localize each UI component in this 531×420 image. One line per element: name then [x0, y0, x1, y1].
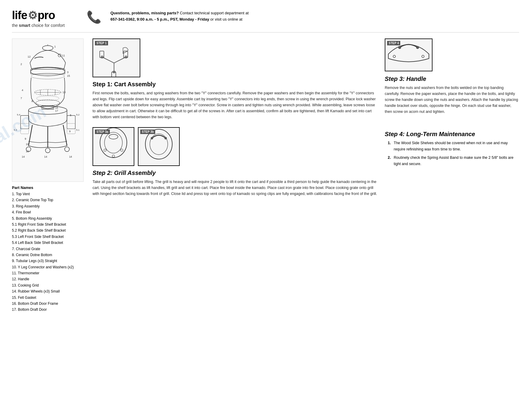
- middle-column: STEP 1: [93, 39, 379, 313]
- part-name-item: 8. Ceramic Dotne Bottom: [12, 252, 87, 258]
- maintenance-item-text: The Wood Side Shelves should be covered …: [394, 140, 519, 153]
- part-name-item: 13. Cooking Grid: [12, 282, 87, 288]
- svg-point-61: [112, 155, 115, 157]
- step3-image: STEP 4: [385, 39, 433, 71]
- maintenance-list: 1.The Wood Side Shelves should be covere…: [388, 140, 519, 167]
- step2-text: Take all parts out of grill before lifti…: [93, 179, 379, 197]
- svg-point-69: [422, 55, 424, 58]
- svg-text:9: 9: [69, 130, 70, 133]
- step1-image: STEP 1: [93, 39, 140, 77]
- svg-point-58: [109, 134, 118, 139]
- part-name-item: 5.2 Right Back Side Shelf Bracket: [12, 227, 87, 233]
- svg-text:14: 14: [22, 155, 25, 158]
- maintenance-item: 1.The Wood Side Shelves should be covere…: [388, 140, 519, 153]
- svg-text:7: 7: [21, 97, 22, 100]
- svg-point-47: [65, 147, 70, 152]
- maintenance-item-text: Routinely check the Spring Assist Band t…: [394, 155, 519, 167]
- part-name-item: 17. Bottom Draft Door: [12, 307, 87, 313]
- step3-text: Remove the nuts and washers from the bol…: [385, 85, 519, 115]
- step4-title: Step 4: Long-Term Maintenance: [385, 131, 519, 138]
- maintenance-item-number: 2.: [388, 155, 392, 167]
- svg-text:10: 10: [26, 143, 29, 146]
- svg-text:13: 13: [63, 91, 66, 94]
- svg-point-0: [42, 46, 53, 50]
- left-column: 1 11 2 12 3 15: [12, 39, 87, 313]
- svg-rect-8: [30, 69, 65, 74]
- step3b-image: STEP 3b: [138, 127, 180, 166]
- logo-life: life: [12, 9, 27, 22]
- step1-text: First remove the bolts, washers, and spr…: [93, 90, 379, 120]
- svg-rect-29: [21, 116, 29, 129]
- svg-point-46: [45, 148, 50, 153]
- svg-point-60: [121, 149, 123, 151]
- gear-icon: ⚙: [28, 9, 37, 22]
- contact-info: Questions, problems, missing parts? Cont…: [110, 10, 249, 23]
- part-name-item: 2. Ceramic Dome Top Top: [12, 197, 87, 203]
- part-name-item: 5.1 Right Front Side Shelf Bracket: [12, 221, 87, 227]
- svg-text:12: 12: [28, 55, 31, 58]
- svg-text:1: 1: [54, 45, 56, 48]
- svg-text:2: 2: [21, 63, 22, 66]
- part-name-item: 5.4 Left Back Side Shell Bracket: [12, 240, 87, 246]
- step1-section: Step 1: Cart Assembly First remove the b…: [93, 81, 379, 120]
- svg-text:5.4: 5.4: [17, 113, 21, 116]
- part-name-item: 10. Y Leg Connector and Washers (x2): [12, 264, 87, 270]
- contact-rest: or visit us online at: [209, 17, 242, 21]
- svg-point-68: [393, 55, 395, 58]
- svg-line-39: [63, 125, 67, 146]
- main-content: 1 11 2 12 3 15: [12, 39, 519, 313]
- svg-point-63: [150, 134, 168, 155]
- step2-title: Step 2: Grill Assembly: [93, 170, 379, 176]
- part-name-item: 11. Thermometer: [12, 270, 87, 276]
- step3-title: Step 3: Handle: [385, 76, 519, 82]
- step4-section: Step 4: Long-Term Maintenance 1.The Wood…: [385, 131, 519, 167]
- step3a-label: STEP 3a: [95, 130, 110, 134]
- logo-pro: pro: [38, 9, 55, 22]
- svg-point-51: [124, 56, 127, 59]
- part-name-item: 5. Bottom Ring Assembly: [12, 216, 87, 221]
- svg-text:17: 17: [55, 109, 58, 112]
- step3-section: Step 3: Handle Remove the nuts and washe…: [385, 76, 519, 115]
- part-names-title: Part Names: [12, 185, 87, 190]
- step2-images-row: STEP 3a STEP 3b: [93, 127, 379, 166]
- svg-point-64: [151, 137, 153, 139]
- phone-icon: 📞: [87, 10, 101, 24]
- maintenance-item: 2.Routinely check the Spring Assist Band…: [388, 155, 519, 167]
- parts-diagram: 1 11 2 12 3 15: [12, 39, 84, 182]
- svg-text:8: 8: [31, 100, 33, 103]
- svg-point-27: [29, 106, 67, 114]
- svg-rect-31: [67, 116, 75, 129]
- part-name-item: 15. Felt Gasket: [12, 295, 87, 301]
- svg-point-67: [416, 46, 419, 49]
- part-name-item: 1. Top Vent: [12, 191, 87, 197]
- logo: life⚙pro: [12, 9, 78, 22]
- logo-area: life⚙pro the smart choice for comfort: [12, 9, 78, 28]
- phone-number: 657-341-0362, 9:00 a.m. - 5 p.m., PST, M…: [110, 17, 209, 21]
- step3a-image: STEP 3a: [93, 127, 134, 166]
- svg-text:5: 5: [70, 114, 71, 117]
- svg-point-50: [101, 56, 104, 59]
- step2-section: Step 2: Grill Assembly Take all parts ou…: [93, 170, 379, 197]
- svg-text:11: 11: [62, 54, 65, 57]
- svg-point-7: [30, 67, 65, 76]
- page: life⚙pro the smart choice for comfort 📞 …: [0, 0, 531, 420]
- svg-point-65: [164, 137, 167, 139]
- logo-tagline: the smart choice for comfort: [12, 23, 78, 28]
- svg-point-59: [104, 149, 106, 151]
- part-name-item: 7. Charcoal Grate: [12, 246, 87, 252]
- svg-text:14: 14: [44, 155, 47, 158]
- part-name-item: 3. Ring Assembly: [12, 203, 87, 209]
- step1-title: Step 1: Cart Assembly: [93, 81, 379, 88]
- svg-text:4: 4: [22, 89, 23, 92]
- step3b-label: STEP 3b: [140, 130, 155, 134]
- part-name-item: 12. Handle: [12, 276, 87, 282]
- svg-text:5.2: 5.2: [76, 113, 79, 116]
- svg-point-57: [104, 132, 122, 153]
- right-column: STEP 4 Step 3: Handle Remove the nut: [385, 39, 519, 313]
- maintenance-item-number: 1.: [388, 140, 392, 153]
- part-name-item: 16. Bottom Draft Door Frame: [12, 301, 87, 307]
- part-name-item: 5.3 Left Front Side Shelf Bracket: [12, 234, 87, 240]
- part-name-item: 4. Fire Bowl: [12, 209, 87, 215]
- header: life⚙pro the smart choice for comfort 📞 …: [12, 9, 519, 33]
- svg-text:14: 14: [69, 155, 72, 158]
